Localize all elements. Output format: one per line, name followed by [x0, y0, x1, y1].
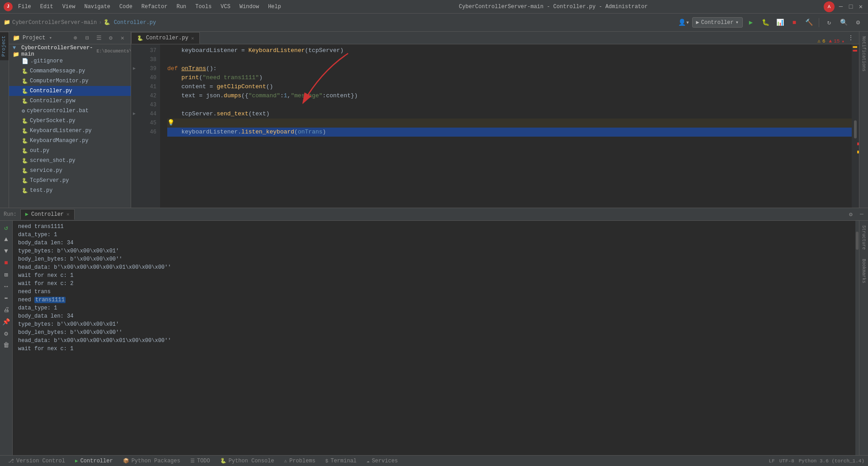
- menu-edit[interactable]: Edit: [38, 3, 55, 11]
- tree-item-keyboardmanager[interactable]: 🐍 KeyboardManager.py: [9, 136, 131, 146]
- editor-tab-controller[interactable]: 🐍 Controller.py ✕: [131, 32, 200, 44]
- menu-code[interactable]: Code: [118, 3, 134, 11]
- user-avatar[interactable]: A: [824, 1, 835, 12]
- run-tabs: Run: ▶ Controller ✕ ⚙ ─: [0, 208, 868, 221]
- run-output[interactable]: need trans1111 data_type: 1 body_data le…: [13, 221, 855, 455]
- sort-icon[interactable]: ▴: [841, 38, 844, 44]
- build-button[interactable]: 🔨: [802, 16, 815, 29]
- editor-scrollbar[interactable]: [852, 44, 859, 208]
- project-dropdown[interactable]: ▾: [49, 35, 52, 41]
- tree-root[interactable]: ▼ 📁 CyberControllerServer-main E:\Docume…: [9, 46, 131, 56]
- close-project-panel-button[interactable]: ✕: [118, 33, 127, 43]
- editor-settings-button[interactable]: ⋮: [844, 31, 857, 44]
- code-editor[interactable]: keyboardListener = KeyboardListener(tcpS…: [160, 44, 859, 208]
- scroll-down-button[interactable]: ▼: [1, 246, 11, 256]
- tree-item-out[interactable]: 🐍 out.py: [9, 146, 131, 156]
- collapse-all-button[interactable]: ⊟: [83, 33, 92, 43]
- expand-all-button[interactable]: ☰: [94, 33, 104, 43]
- right-gutter: [857, 44, 859, 208]
- trash-button[interactable]: 🗑: [1, 340, 11, 350]
- locate-file-button[interactable]: ⊕: [71, 33, 80, 43]
- close-run-tab-button[interactable]: ✕: [66, 211, 70, 217]
- menu-view[interactable]: View: [61, 3, 77, 11]
- rerun-button[interactable]: ↺: [1, 223, 11, 233]
- search-button[interactable]: 🔍: [837, 16, 850, 29]
- wrap-output-button[interactable]: ↔: [1, 281, 11, 291]
- code-line-43: [167, 100, 859, 109]
- tab-python-packages[interactable]: 📦 Python Packages: [118, 456, 185, 466]
- tab-problems[interactable]: ⚠ Problems: [279, 456, 320, 466]
- scroll-thumb[interactable]: [854, 120, 857, 138]
- breadcrumb-file[interactable]: 🐍 Controller.py: [104, 19, 156, 26]
- file-label: Controller.py: [30, 88, 72, 94]
- tree-item-tcpserver[interactable]: 🐍 TcpServer.py: [9, 176, 131, 185]
- menu-help[interactable]: Help: [266, 3, 283, 11]
- minimize-run-panel-button[interactable]: ─: [857, 210, 866, 219]
- menu-tools[interactable]: Tools: [193, 3, 213, 11]
- breadcrumb-root[interactable]: CyberControllerServer-main: [12, 19, 97, 26]
- menu-file[interactable]: File: [16, 3, 33, 11]
- maximize-button[interactable]: □: [847, 3, 854, 10]
- line-ending-indicator[interactable]: LF: [769, 458, 775, 464]
- tree-item-cybercontroller[interactable]: ⚙ cybercontroller.bat: [9, 106, 131, 116]
- tree-item-cybersocket[interactable]: 🐍 CyberSocket.py: [9, 116, 131, 126]
- project-settings-button[interactable]: ⚙: [106, 33, 115, 43]
- tab-run[interactable]: ▶ Controller: [71, 456, 118, 466]
- tab-python-console[interactable]: 🐍 Python Console: [216, 456, 279, 466]
- tree-item-computermonitor[interactable]: 🐍 ComputerMonitor.py: [9, 76, 131, 86]
- run-settings-button[interactable]: ⚙: [846, 210, 855, 219]
- use-soft-wraps-button[interactable]: ⬌: [1, 293, 11, 303]
- output-line: need trans1111: [18, 223, 850, 231]
- settings-button[interactable]: ⚙: [852, 16, 864, 29]
- settings-run-button[interactable]: ⚙: [1, 328, 11, 338]
- pin-tab-button[interactable]: 📌: [1, 317, 11, 327]
- menu-navigate[interactable]: Navigate: [82, 3, 112, 11]
- tab-label: Terminal: [330, 458, 357, 464]
- menu-vcs[interactable]: VCS: [219, 3, 232, 11]
- run-with-coverage-button[interactable]: 👤▾: [678, 16, 690, 29]
- run-config-button[interactable]: ▶ Controller ▾: [692, 17, 743, 28]
- tree-item-controllerpyw[interactable]: 🐍 Controller.pyw: [9, 96, 131, 106]
- menu-window[interactable]: Window: [238, 3, 261, 11]
- tab-label: Services: [372, 458, 398, 464]
- tree-item-service[interactable]: 🐍 service.py: [9, 166, 131, 176]
- stop-run-button[interactable]: ■: [1, 258, 11, 268]
- tab-todo[interactable]: ☰ TODO: [186, 456, 215, 466]
- encoding-indicator[interactable]: UTF-8: [779, 458, 794, 464]
- run-scroll-thumb[interactable]: [856, 232, 859, 250]
- stop-button[interactable]: ■: [788, 16, 801, 29]
- tab-terminal[interactable]: $ Terminal: [321, 456, 361, 466]
- update-project-button[interactable]: ↻: [823, 16, 835, 29]
- file-label: cybercontroller.bat: [27, 108, 89, 114]
- tree-item-screenshot[interactable]: 🐍 screen_shot.py: [9, 156, 131, 166]
- tree-item-commandmessage[interactable]: 🐍 CommandMessage.py: [9, 66, 131, 76]
- tab-services[interactable]: ☁ Services: [362, 456, 402, 466]
- app-logo: J: [4, 2, 13, 11]
- tree-item-keyboardlistener[interactable]: 🐍 KeyboardListener.py: [9, 126, 131, 136]
- bookmarks-tab[interactable]: Bookmarks: [860, 254, 868, 288]
- titlebar-menu[interactable]: File Edit View Navigate Code Refactor Ru…: [16, 3, 283, 11]
- run-panel-scrollbar[interactable]: [855, 221, 859, 455]
- run-with-coverage[interactable]: 📊: [774, 16, 786, 29]
- run-tab-controller[interactable]: ▶ Controller ✕: [20, 209, 75, 220]
- debug-button[interactable]: 🐛: [759, 16, 772, 29]
- menu-run[interactable]: Run: [175, 3, 188, 11]
- notifications-tab[interactable]: Notifications: [860, 32, 868, 76]
- tree-item-controller[interactable]: 🐍 Controller.py: [9, 86, 131, 96]
- file-label: .gitignore: [30, 58, 63, 64]
- menu-refactor[interactable]: Refactor: [140, 3, 170, 11]
- tree-item-gitignore[interactable]: 📄 .gitignore: [9, 56, 131, 66]
- run-button[interactable]: ▶: [745, 16, 757, 29]
- close-button[interactable]: ✕: [857, 3, 864, 10]
- close-tab-button[interactable]: ✕: [191, 35, 194, 41]
- scroll-up-button[interactable]: ▲: [1, 234, 11, 244]
- tab-version-control[interactable]: ⎇ Version Control: [4, 456, 70, 466]
- project-tab-vertical[interactable]: Project: [0, 32, 9, 60]
- minimize-button[interactable]: ─: [837, 3, 844, 10]
- python-version-indicator[interactable]: Python 3.6 (torch_1.4): [799, 458, 864, 464]
- editor-content[interactable]: ▶ ▶ 37 38 39 40 41 42 43: [131, 44, 859, 208]
- structure-tab[interactable]: Structure: [860, 221, 868, 254]
- rerun-from-button[interactable]: ⊞: [1, 270, 11, 280]
- tree-item-test[interactable]: 🐍 test.py: [9, 185, 131, 195]
- print-button[interactable]: 🖨: [1, 305, 11, 315]
